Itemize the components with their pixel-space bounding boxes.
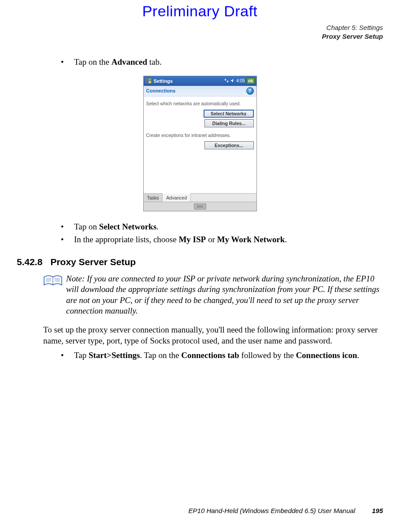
bold-text: Advanced [111,57,147,66]
text: tab. [147,57,162,66]
svg-rect-3 [149,81,151,83]
screen-text: Select which networks are automatically … [146,101,254,106]
body-paragraph: To set up the proxy server connection ma… [43,324,383,346]
section-heading: 5.42.8Proxy Server Setup [17,257,383,267]
bullet-list-before: Tap on the Advanced tab. [43,56,383,68]
page-number: 195 [372,507,383,514]
note-text: Note: If you are connected to your ISP o… [66,273,383,316]
volume-icon [230,78,235,84]
text: Tap on the [74,57,111,66]
text: . Tap on the [140,351,181,360]
section-title: Proxy Server Setup [50,257,136,267]
button-group: Select Networks Dialing Rules... [146,110,254,127]
note-block: Note: If you are connected to your ISP o… [43,273,383,316]
bold-text: Start>Settings [89,351,140,360]
device-screenshot: Settings 4:05 ok Connections ? Select wh [143,76,257,211]
text: Tap [74,351,89,360]
tab-tasks[interactable]: Tasks [144,194,163,202]
tab-spacer [191,194,256,202]
bold-text: Connections tab [181,351,239,360]
text: or [206,235,217,244]
bullet-list-last: Tap Start>Settings. Tap on the Connectio… [43,350,383,361]
text: . [156,222,159,231]
list-item: Tap on the Advanced tab. [61,56,383,68]
keyboard-icon[interactable] [194,203,206,210]
text: In the appropriate lists, choose [74,235,178,244]
text: followed by the [239,351,296,360]
chapter-line: Chapter 5: Settings [17,23,383,32]
ok-button[interactable]: ok [246,78,255,84]
start-icon [145,78,152,85]
clock-text: 4:05 [236,78,245,83]
manual-title: EP10 Hand-Held (Windows Embedded 6.5) Us… [189,507,355,514]
note-book-icon [43,274,63,288]
svg-rect-2 [145,81,148,83]
page-footer: EP10 Hand-Held (Windows Embedded 6.5) Us… [189,507,383,514]
section-number: 5.42.8 [17,257,42,267]
dialing-rules-button[interactable]: Dialing Rules... [204,119,254,127]
list-item: Tap Start>Settings. Tap on the Connectio… [61,350,383,361]
connectivity-icon [224,78,229,84]
titlebar-text: Settings [154,78,224,84]
svg-rect-1 [149,78,151,81]
screenshot-container: Settings 4:05 ok Connections ? Select wh [17,76,383,211]
connections-header: Connections ? [144,86,256,96]
button-group: Exceptions... [146,141,254,149]
tab-strip: Tasks Advanced [144,193,256,202]
sip-bar [144,202,256,211]
note-label: Note: [66,274,85,283]
bold-text: My ISP [178,235,206,244]
help-icon[interactable]: ? [246,87,254,95]
text: . [285,235,287,244]
screen-text: Create exceptions for intranet addresses… [146,133,254,138]
select-networks-button[interactable]: Select Networks [204,110,254,118]
bold-text: My Work Network [217,235,285,244]
chapter-section: Proxy Server Setup [17,32,383,41]
chapter-header: Chapter 5: Settings Proxy Server Setup [17,23,383,41]
tab-advanced[interactable]: Advanced [163,193,191,202]
status-icons: 4:05 ok [224,78,255,84]
text: Tap on [74,222,99,231]
bold-text: Select Networks [99,222,156,231]
titlebar: Settings 4:05 ok [144,76,256,86]
note-body: If you are connected to your ISP or priv… [66,274,379,315]
svg-rect-0 [145,78,148,81]
screen-body: Select which networks are automatically … [144,96,256,193]
preliminary-draft-header: Preliminary Draft [17,0,383,20]
exceptions-button[interactable]: Exceptions... [204,141,254,149]
list-item: Tap on Select Networks. [61,221,383,233]
text: . [357,351,359,360]
bold-text: Connections icon [296,351,357,360]
connections-title: Connections [146,88,176,93]
bullet-list-after: Tap on Select Networks. In the appropria… [43,221,383,245]
list-item: In the appropriate lists, choose My ISP … [61,234,383,245]
